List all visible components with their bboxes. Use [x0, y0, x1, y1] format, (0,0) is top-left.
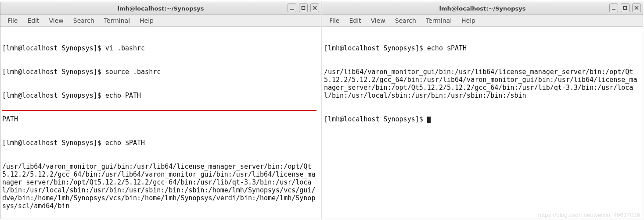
close-button[interactable] [632, 4, 641, 12]
close-button[interactable] [310, 4, 319, 12]
terminal-line: [lmh@localhost Synopsys]$ vi .bashrc [2, 44, 319, 52]
menu-help[interactable]: Help [457, 16, 480, 25]
terminal-line: /usr/lib64/varon_monitor_gui/bin:/usr/li… [324, 68, 641, 99]
menu-edit[interactable]: Edit [345, 16, 365, 25]
annotation-underline [2, 110, 317, 111]
maximize-button[interactable] [299, 4, 308, 12]
menu-file[interactable]: File [325, 16, 344, 25]
watermark-text: https://blog.csdn.net/weixin_49617016 [538, 212, 640, 218]
menu-edit[interactable]: Edit [23, 16, 43, 25]
menu-view[interactable]: View [367, 16, 390, 25]
menu-search[interactable]: Search [69, 16, 99, 25]
menu-search[interactable]: Search [391, 16, 421, 25]
menu-terminal[interactable]: Terminal [100, 16, 134, 25]
minimize-button[interactable] [288, 4, 296, 12]
terminal-body[interactable]: [lmh@localhost Synopsys]$ vi .bashrc [lm… [0, 27, 321, 219]
terminal-window-right: lmh@localhost:~/Synopsys File Edit View … [322, 2, 643, 219]
terminal-line: /usr/lib64/varon_monitor_gui/bin:/usr/li… [2, 163, 319, 210]
terminal-window-left: lmh@localhost:~/Synopsys File Edit View … [0, 2, 321, 219]
terminal-body[interactable]: [lmh@localhost Synopsys]$ echo $PATH /us… [322, 27, 643, 219]
terminal-line: PATH [2, 115, 319, 123]
menu-terminal[interactable]: Terminal [421, 16, 456, 25]
svg-rect-5 [624, 7, 627, 10]
menubar: File Edit View Search Terminal Help [322, 15, 643, 27]
minimize-button[interactable] [609, 4, 618, 12]
titlebar[interactable]: lmh@localhost:~/Synopsys [0, 2, 321, 15]
terminal-line: [lmh@localhost Synopsys]$ echo $PATH [2, 139, 319, 147]
terminal-line: [lmh@localhost Synopsys]$ echo $PATH [324, 44, 641, 52]
svg-rect-1 [302, 7, 305, 10]
cursor-icon [427, 117, 431, 123]
menu-file[interactable]: File [3, 16, 22, 25]
terminal-line: [lmh@localhost Synopsys]$ source .bashrc [2, 68, 319, 76]
menu-help[interactable]: Help [135, 16, 158, 25]
terminal-line: [lmh@localhost Synopsys]$ echo PATH [2, 92, 319, 99]
prompt-text: [lmh@localhost Synopsys]$ [324, 115, 427, 123]
window-title: lmh@localhost:~/Synopsys [322, 6, 643, 11]
window-title: lmh@localhost:~/Synopsys [0, 6, 321, 11]
titlebar[interactable]: lmh@localhost:~/Synopsys [322, 2, 643, 15]
terminal-prompt-line: [lmh@localhost Synopsys]$ [324, 115, 641, 123]
maximize-button[interactable] [621, 4, 630, 12]
menu-view[interactable]: View [45, 16, 68, 25]
menubar: File Edit View Search Terminal Help [0, 15, 321, 27]
